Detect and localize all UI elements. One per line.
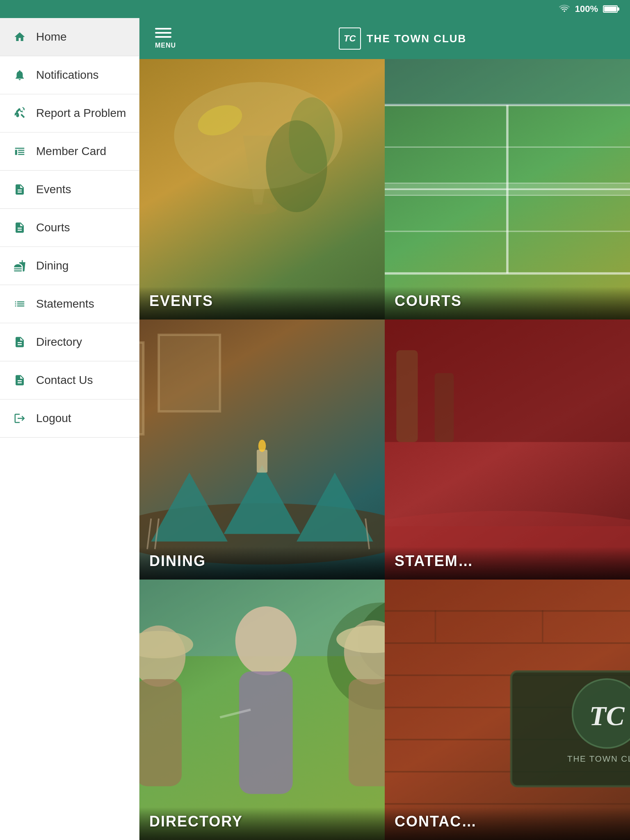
- home-grid: EVENTS: [139, 59, 630, 840]
- brand-logo: TC: [339, 27, 361, 50]
- battery-percentage: 100%: [575, 4, 598, 14]
- battery-icon: [603, 5, 618, 13]
- grid-cell-events-label: EVENTS: [149, 292, 213, 310]
- grid-cell-events[interactable]: EVENTS: [139, 59, 385, 320]
- svg-point-45: [235, 607, 297, 676]
- svg-rect-48: [349, 679, 385, 786]
- grid-cell-courts[interactable]: COURTS: [385, 59, 630, 320]
- svg-rect-24: [257, 450, 267, 472]
- sidebar-item-logout[interactable]: Logout: [0, 399, 139, 438]
- sidebar: Home Notifications Report a Problem: [0, 18, 139, 840]
- svg-rect-59: [385, 803, 630, 805]
- header-brand: TC THE TOWN CLUB: [187, 27, 618, 50]
- svg-rect-43: [139, 679, 182, 786]
- sidebar-statements-label: Statements: [36, 297, 94, 310]
- svg-point-25: [258, 440, 266, 452]
- svg-point-6: [289, 97, 335, 174]
- svg-rect-19: [159, 335, 220, 411]
- home-icon: [12, 30, 27, 44]
- brand-logo-text: TC: [344, 33, 356, 44]
- sidebar-events-label: Events: [36, 183, 71, 196]
- list-icon: [12, 297, 27, 311]
- sidebar-item-directory[interactable]: Directory: [0, 323, 139, 361]
- grid-cell-contact-label: CONTAC…: [395, 813, 477, 830]
- sidebar-item-notifications[interactable]: Notifications: [0, 56, 139, 94]
- status-bar: 100%: [0, 0, 630, 18]
- svg-rect-34: [396, 350, 418, 442]
- sidebar-home-label: Home: [36, 30, 67, 43]
- menu-line-3: [155, 36, 171, 38]
- grid-cell-dining-label: DINING: [149, 552, 206, 570]
- fork-icon: [12, 258, 27, 273]
- svg-rect-18: [139, 342, 144, 434]
- menu-label: MENU: [155, 42, 176, 49]
- grid-cell-directory[interactable]: DIRECTORY: [139, 580, 385, 840]
- sidebar-item-events[interactable]: Events: [0, 171, 139, 209]
- sidebar-item-statements[interactable]: Statements: [0, 285, 139, 323]
- logout-icon: [12, 411, 27, 426]
- svg-rect-16: [385, 59, 630, 105]
- contact-doc-icon: [12, 373, 27, 388]
- sidebar-courts-label: Courts: [36, 221, 70, 234]
- svg-rect-61: [435, 610, 436, 642]
- sidebar-item-contact-us[interactable]: Contact Us: [0, 361, 139, 399]
- svg-rect-62: [542, 610, 543, 642]
- sidebar-item-courts[interactable]: Courts: [0, 209, 139, 247]
- wrench-icon: [12, 106, 27, 121]
- grid-cell-dining[interactable]: DINING: [139, 320, 385, 580]
- svg-rect-13: [385, 183, 630, 195]
- sidebar-contact-label: Contact Us: [36, 374, 93, 387]
- menu-line-2: [155, 32, 171, 34]
- menu-line-1: [155, 28, 171, 30]
- sidebar-item-member-card[interactable]: Member Card: [0, 132, 139, 171]
- grid-cell-directory-label: DIRECTORY: [149, 813, 243, 830]
- menu-button[interactable]: MENU: [152, 25, 179, 52]
- sidebar-notifications-label: Notifications: [36, 68, 99, 82]
- events-doc-icon: [12, 182, 27, 197]
- sidebar-item-report-problem[interactable]: Report a Problem: [0, 94, 139, 132]
- sidebar-dining-label: Dining: [36, 259, 68, 272]
- sidebar-report-label: Report a Problem: [36, 107, 126, 120]
- grid-cell-contact[interactable]: TC THE TOWN CLUB CONTAC…: [385, 580, 630, 840]
- svg-rect-54: [385, 642, 630, 644]
- sidebar-item-home[interactable]: Home: [0, 18, 139, 56]
- sidebar-directory-label: Directory: [36, 336, 82, 349]
- grid-cell-statements-label: STATEM…: [395, 552, 474, 570]
- content-area: MENU TC THE TOWN CLUB: [139, 18, 630, 840]
- sidebar-item-dining[interactable]: Dining: [0, 247, 139, 285]
- grid-cell-statements[interactable]: STATEM…: [385, 320, 630, 580]
- svg-rect-53: [385, 610, 630, 612]
- brand-name: THE TOWN CLUB: [367, 32, 467, 45]
- courts-doc-icon: [12, 220, 27, 235]
- svg-point-3: [239, 202, 277, 215]
- svg-text:TC: TC: [589, 701, 625, 731]
- svg-text:THE TOWN CLUB: THE TOWN CLUB: [567, 754, 630, 764]
- svg-rect-35: [435, 373, 454, 442]
- sidebar-logout-label: Logout: [36, 412, 71, 425]
- sidebar-member-card-label: Member Card: [36, 145, 106, 158]
- card-icon: [12, 144, 27, 159]
- app-container: Home Notifications Report a Problem: [0, 18, 630, 840]
- app-header: MENU TC THE TOWN CLUB: [139, 18, 630, 59]
- directory-doc-icon: [12, 335, 27, 349]
- svg-rect-46: [239, 671, 293, 794]
- bell-icon: [12, 68, 27, 82]
- grid-cell-courts-label: COURTS: [395, 292, 462, 310]
- svg-rect-32: [385, 320, 630, 442]
- wifi-icon: [559, 3, 570, 15]
